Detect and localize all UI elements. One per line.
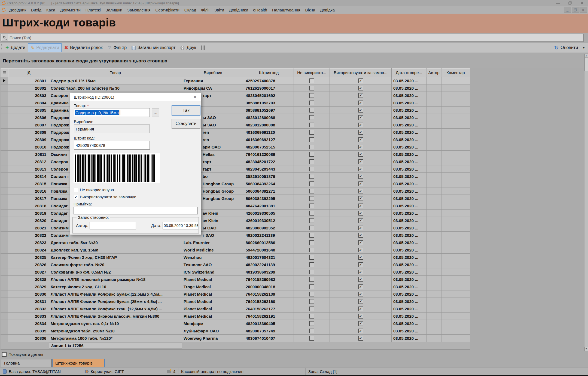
table-row[interactable]: 20823Дриптан табл. 5мг №30Lab. Fournier8… [1, 239, 470, 246]
id-cell[interactable]: 20829 [8, 283, 49, 290]
row-checkbox[interactable] [309, 218, 314, 223]
comment-cell[interactable] [441, 313, 470, 320]
barcode-cell[interactable]: 5944728001640 [244, 246, 294, 254]
date-cell[interactable]: 03.05.2020 ... [392, 210, 426, 217]
column-header-notused[interactable]: Не використо... [294, 68, 330, 77]
date-cell[interactable]: 03.05.2020 ... [392, 107, 426, 114]
barcode-cell[interactable]: 4823012800088 [244, 114, 294, 121]
row-checkbox[interactable] [358, 115, 363, 120]
id-cell[interactable]: 20834 [8, 320, 49, 327]
row-checkbox[interactable] [358, 86, 363, 90]
id-cell[interactable]: 20814 [8, 173, 49, 180]
comment-cell[interactable] [441, 290, 470, 298]
author-cell[interactable] [426, 107, 441, 114]
tab-barcodes[interactable]: Штрих-коди товарів [52, 359, 105, 367]
date-cell[interactable]: 03.05.2020 ... [392, 335, 426, 342]
manufacturer-cell[interactable]: Troge Medical [182, 283, 244, 290]
export-button[interactable]: Загальний експорт [129, 44, 178, 51]
row-checkbox[interactable] [309, 101, 314, 105]
notused-cell[interactable] [294, 239, 330, 246]
add-button[interactable]: + Додати [3, 44, 28, 51]
barcode-cell[interactable]: 4019338603209 [244, 268, 294, 276]
default-cell[interactable] [330, 158, 392, 165]
minimize-icon[interactable]: — [552, 0, 564, 6]
chevron-down-icon[interactable]: ▼ [582, 46, 585, 49]
comment-cell[interactable] [441, 121, 470, 129]
date-cell[interactable]: 03.05.2020 ... [392, 268, 426, 276]
default-cell[interactable] [330, 77, 392, 84]
product-cell[interactable]: Дриптан табл. 5мг №30 [49, 239, 182, 246]
row-checkbox[interactable] [358, 292, 363, 296]
table-row[interactable]: 20835Метронидазол табл. 250мг №10Лубныфа… [1, 327, 470, 335]
default-cell[interactable] [330, 202, 392, 210]
author-cell[interactable] [426, 239, 441, 246]
notused-cell[interactable] [294, 114, 330, 121]
default-cell[interactable] [330, 217, 392, 224]
row-checkbox[interactable] [358, 204, 363, 208]
id-cell[interactable]: 20823 [8, 239, 49, 246]
notused-cell[interactable] [294, 202, 330, 210]
comment-cell[interactable] [441, 320, 470, 327]
row-checkbox[interactable] [309, 174, 314, 179]
product-field[interactable]: Содерм р-р 0,1% 15мл [74, 108, 150, 117]
comment-cell[interactable] [441, 232, 470, 239]
barcode-field[interactable]: 4250297400878 [74, 141, 150, 150]
default-cell[interactable] [330, 320, 392, 327]
author-cell[interactable] [426, 165, 441, 173]
table-row[interactable]: 20824Дроплекс кап. уш. 15млWorld Medicin… [1, 246, 470, 254]
default-cell[interactable] [330, 165, 392, 173]
row-checkbox[interactable] [358, 145, 363, 149]
row-checkbox[interactable] [358, 240, 363, 245]
notused-cell[interactable] [294, 92, 330, 99]
id-cell[interactable]: 20812 [8, 158, 49, 165]
barcode-cell[interactable]: 3582910051879 [244, 173, 294, 180]
row-checkbox[interactable] [309, 262, 314, 267]
author-cell[interactable] [426, 283, 441, 290]
row-checkbox[interactable] [309, 181, 314, 186]
manufacturer-cell[interactable]: Planet Medical [182, 313, 244, 320]
date-cell[interactable]: 03.05.2020 ... [392, 290, 426, 298]
default-cell[interactable] [330, 239, 392, 246]
comment-cell[interactable] [441, 84, 470, 92]
table-row[interactable]: 20825Катетер Фолея 2 ход. СН20 ИГАРWenzh… [1, 254, 470, 261]
notused-cell[interactable] [294, 84, 330, 92]
barcode-cell[interactable]: 4030674010407 [244, 335, 294, 342]
vertical-scrollbar[interactable]: ▲ ▼ [584, 54, 588, 351]
row-checkbox[interactable] [358, 262, 363, 267]
barcode-cell[interactable]: 7612619000017 [244, 84, 294, 92]
manufacturer-cell[interactable]: Лубныфарм ОАО [182, 327, 244, 335]
column-header-manufacturer[interactable]: Виробник [182, 68, 244, 77]
row-checkbox[interactable] [358, 123, 363, 127]
comment-cell[interactable] [441, 283, 470, 290]
table-row[interactable]: 20829Катетер Фолея 2 ход. СН 10Troge Med… [1, 283, 470, 290]
menu-item-Платежі[interactable]: Платежі [83, 7, 103, 13]
date-cell[interactable]: 03.05.2020 ... [392, 320, 426, 327]
default-cell[interactable] [330, 276, 392, 283]
date-cell[interactable]: 03.05.2020 ... [392, 114, 426, 121]
id-cell[interactable]: 20818 [8, 202, 49, 210]
close-icon[interactable]: × [189, 93, 201, 101]
default-cell[interactable] [330, 136, 392, 143]
row-checkbox[interactable] [358, 314, 363, 319]
restore-icon[interactable] [572, 7, 579, 13]
default-cell[interactable] [330, 268, 392, 276]
author-cell[interactable] [426, 268, 441, 276]
default-cell[interactable] [330, 246, 392, 254]
row-checkbox[interactable] [358, 78, 363, 83]
notused-cell[interactable] [294, 210, 330, 217]
notused-cell[interactable] [294, 298, 330, 305]
barcode-cell[interactable]: 7640158262139 [244, 290, 294, 298]
notused-cell[interactable] [294, 327, 330, 335]
row-checkbox[interactable] [309, 270, 314, 274]
comment-cell[interactable] [441, 210, 470, 217]
author-cell[interactable] [426, 224, 441, 232]
row-indicator-cell[interactable] [1, 114, 8, 121]
table-row[interactable]: 20830Л/пласт АЛПЕ Фемили Ролфикс бумаж.(… [1, 290, 470, 298]
id-cell[interactable]: 20819 [8, 210, 49, 217]
manufacturer-cell[interactable]: Lab. Fournier [182, 239, 244, 246]
default-cell[interactable] [330, 254, 392, 261]
notused-cell[interactable] [294, 195, 330, 202]
id-cell[interactable]: 20815 [8, 180, 49, 187]
default-cell[interactable] [330, 92, 392, 99]
default-cell[interactable] [330, 173, 392, 180]
